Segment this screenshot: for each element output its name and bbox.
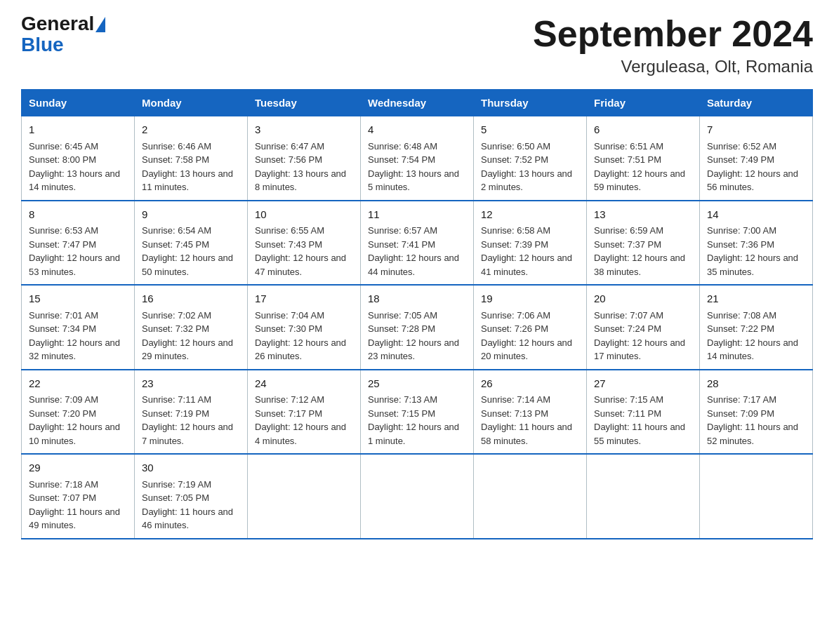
day-detail: Sunrise: 7:01 AMSunset: 7:34 PMDaylight:…: [29, 309, 127, 363]
day-number: 1: [29, 122, 127, 138]
day-number: 29: [29, 460, 127, 476]
day-number: 27: [594, 376, 692, 392]
calendar-cell: 20 Sunrise: 7:07 AMSunset: 7:24 PMDaylig…: [587, 285, 700, 370]
calendar-cell: 28 Sunrise: 7:17 AMSunset: 7:09 PMDaylig…: [700, 370, 813, 455]
calendar-cell: 8 Sunrise: 6:53 AMSunset: 7:47 PMDayligh…: [22, 201, 135, 286]
day-detail: Sunrise: 6:47 AMSunset: 7:56 PMDaylight:…: [255, 140, 353, 194]
calendar-week-row: 1 Sunrise: 6:45 AMSunset: 8:00 PMDayligh…: [22, 116, 813, 201]
calendar-cell: 25 Sunrise: 7:13 AMSunset: 7:15 PMDaylig…: [361, 370, 474, 455]
calendar-title: September 2024: [533, 14, 813, 54]
calendar-cell: 17 Sunrise: 7:04 AMSunset: 7:30 PMDaylig…: [248, 285, 361, 370]
day-detail: Sunrise: 7:11 AMSunset: 7:19 PMDaylight:…: [142, 393, 240, 448]
calendar-cell: 3 Sunrise: 6:47 AMSunset: 7:56 PMDayligh…: [248, 116, 361, 201]
day-detail: Sunrise: 7:07 AMSunset: 7:24 PMDaylight:…: [594, 309, 692, 363]
day-detail: Sunrise: 7:09 AMSunset: 7:20 PMDaylight:…: [29, 393, 127, 448]
day-detail: Sunrise: 6:53 AMSunset: 7:47 PMDaylight:…: [29, 224, 127, 279]
calendar-cell: 19 Sunrise: 7:06 AMSunset: 7:26 PMDaylig…: [474, 285, 587, 370]
day-detail: Sunrise: 6:58 AMSunset: 7:39 PMDaylight:…: [481, 224, 579, 279]
day-number: 4: [368, 122, 466, 138]
day-number: 6: [594, 122, 692, 138]
calendar-cell: [474, 454, 587, 539]
day-detail: Sunrise: 6:50 AMSunset: 7:52 PMDaylight:…: [481, 140, 579, 194]
day-detail: Sunrise: 7:04 AMSunset: 7:30 PMDaylight:…: [255, 309, 353, 363]
day-number: 7: [707, 122, 805, 138]
calendar-week-row: 15 Sunrise: 7:01 AMSunset: 7:34 PMDaylig…: [22, 285, 813, 370]
day-detail: Sunrise: 7:12 AMSunset: 7:17 PMDaylight:…: [255, 393, 353, 448]
day-number: 20: [594, 291, 692, 307]
calendar-cell: 22 Sunrise: 7:09 AMSunset: 7:20 PMDaylig…: [22, 370, 135, 455]
calendar-cell: 18 Sunrise: 7:05 AMSunset: 7:28 PMDaylig…: [361, 285, 474, 370]
calendar-cell: 12 Sunrise: 6:58 AMSunset: 7:39 PMDaylig…: [474, 201, 587, 286]
header-tuesday: Tuesday: [248, 90, 361, 116]
day-number: 12: [481, 207, 579, 223]
calendar-cell: 2 Sunrise: 6:46 AMSunset: 7:58 PMDayligh…: [135, 116, 248, 201]
day-number: 14: [707, 207, 805, 223]
logo-general-text: General: [21, 14, 94, 34]
day-detail: Sunrise: 6:54 AMSunset: 7:45 PMDaylight:…: [142, 224, 240, 279]
day-detail: Sunrise: 7:14 AMSunset: 7:13 PMDaylight:…: [481, 393, 579, 448]
day-number: 2: [142, 122, 240, 138]
day-number: 10: [255, 207, 353, 223]
calendar-cell: [248, 454, 361, 539]
day-detail: Sunrise: 7:13 AMSunset: 7:15 PMDaylight:…: [368, 393, 466, 448]
day-detail: Sunrise: 6:57 AMSunset: 7:41 PMDaylight:…: [368, 224, 466, 279]
calendar-cell: 7 Sunrise: 6:52 AMSunset: 7:49 PMDayligh…: [700, 116, 813, 201]
day-number: 16: [142, 291, 240, 307]
header-saturday: Saturday: [700, 90, 813, 116]
calendar-cell: 5 Sunrise: 6:50 AMSunset: 7:52 PMDayligh…: [474, 116, 587, 201]
calendar-header-row: SundayMondayTuesdayWednesdayThursdayFrid…: [22, 90, 813, 116]
day-number: 22: [29, 376, 127, 392]
calendar-cell: 4 Sunrise: 6:48 AMSunset: 7:54 PMDayligh…: [361, 116, 474, 201]
calendar-subtitle: Verguleasa, Olt, Romania: [533, 57, 813, 76]
calendar-cell: 13 Sunrise: 6:59 AMSunset: 7:37 PMDaylig…: [587, 201, 700, 286]
day-detail: Sunrise: 7:06 AMSunset: 7:26 PMDaylight:…: [481, 309, 579, 363]
day-number: 5: [481, 122, 579, 138]
calendar-cell: [700, 454, 813, 539]
day-detail: Sunrise: 7:02 AMSunset: 7:32 PMDaylight:…: [142, 309, 240, 363]
logo: General Blue: [21, 14, 105, 56]
header-friday: Friday: [587, 90, 700, 116]
calendar-cell: 29 Sunrise: 7:18 AMSunset: 7:07 PMDaylig…: [22, 454, 135, 539]
day-detail: Sunrise: 6:48 AMSunset: 7:54 PMDaylight:…: [368, 140, 466, 194]
day-detail: Sunrise: 6:46 AMSunset: 7:58 PMDaylight:…: [142, 140, 240, 194]
day-number: 24: [255, 376, 353, 392]
calendar-cell: 11 Sunrise: 6:57 AMSunset: 7:41 PMDaylig…: [361, 201, 474, 286]
day-detail: Sunrise: 6:59 AMSunset: 7:37 PMDaylight:…: [594, 224, 692, 279]
header-wednesday: Wednesday: [361, 90, 474, 116]
calendar-cell: 26 Sunrise: 7:14 AMSunset: 7:13 PMDaylig…: [474, 370, 587, 455]
title-block: September 2024 Verguleasa, Olt, Romania: [533, 14, 813, 76]
day-number: 3: [255, 122, 353, 138]
calendar-cell: 9 Sunrise: 6:54 AMSunset: 7:45 PMDayligh…: [135, 201, 248, 286]
day-detail: Sunrise: 7:18 AMSunset: 7:07 PMDaylight:…: [29, 478, 127, 532]
calendar-cell: 6 Sunrise: 6:51 AMSunset: 7:51 PMDayligh…: [587, 116, 700, 201]
day-number: 19: [481, 291, 579, 307]
calendar-cell: 1 Sunrise: 6:45 AMSunset: 8:00 PMDayligh…: [22, 116, 135, 201]
day-detail: Sunrise: 7:17 AMSunset: 7:09 PMDaylight:…: [707, 393, 805, 448]
calendar-table: SundayMondayTuesdayWednesdayThursdayFrid…: [21, 89, 813, 539]
day-number: 9: [142, 207, 240, 223]
day-detail: Sunrise: 7:05 AMSunset: 7:28 PMDaylight:…: [368, 309, 466, 363]
day-number: 8: [29, 207, 127, 223]
calendar-cell: 23 Sunrise: 7:11 AMSunset: 7:19 PMDaylig…: [135, 370, 248, 455]
header-sunday: Sunday: [22, 90, 135, 116]
day-number: 17: [255, 291, 353, 307]
day-number: 13: [594, 207, 692, 223]
day-number: 26: [481, 376, 579, 392]
calendar-week-row: 22 Sunrise: 7:09 AMSunset: 7:20 PMDaylig…: [22, 370, 813, 455]
header-thursday: Thursday: [474, 90, 587, 116]
calendar-cell: 27 Sunrise: 7:15 AMSunset: 7:11 PMDaylig…: [587, 370, 700, 455]
day-detail: Sunrise: 7:00 AMSunset: 7:36 PMDaylight:…: [707, 224, 805, 279]
day-number: 15: [29, 291, 127, 307]
page-header: General Blue September 2024 Verguleasa, …: [21, 14, 813, 76]
logo-triangle-icon: [95, 17, 105, 32]
day-detail: Sunrise: 7:19 AMSunset: 7:05 PMDaylight:…: [142, 478, 240, 532]
day-detail: Sunrise: 6:52 AMSunset: 7:49 PMDaylight:…: [707, 140, 805, 194]
day-number: 23: [142, 376, 240, 392]
calendar-cell: 16 Sunrise: 7:02 AMSunset: 7:32 PMDaylig…: [135, 285, 248, 370]
calendar-cell: 10 Sunrise: 6:55 AMSunset: 7:43 PMDaylig…: [248, 201, 361, 286]
calendar-cell: 21 Sunrise: 7:08 AMSunset: 7:22 PMDaylig…: [700, 285, 813, 370]
day-number: 11: [368, 207, 466, 223]
day-number: 28: [707, 376, 805, 392]
calendar-cell: 14 Sunrise: 7:00 AMSunset: 7:36 PMDaylig…: [700, 201, 813, 286]
calendar-cell: 24 Sunrise: 7:12 AMSunset: 7:17 PMDaylig…: [248, 370, 361, 455]
